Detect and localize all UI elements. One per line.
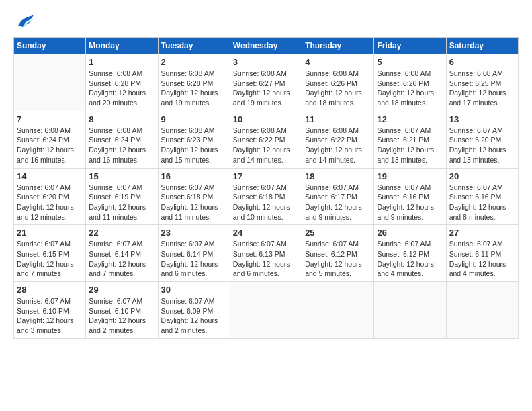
column-header-thursday: Thursday — [302, 38, 374, 54]
day-number: 15 — [89, 171, 154, 181]
calendar-cell — [302, 282, 374, 339]
day-info: Sunrise: 6:08 AM Sunset: 6:28 PM Dayligh… — [161, 68, 227, 108]
day-info: Sunrise: 6:07 AM Sunset: 6:11 PM Dayligh… — [449, 239, 515, 279]
calendar-cell: 26Sunrise: 6:07 AM Sunset: 6:12 PM Dayli… — [374, 225, 446, 282]
day-info: Sunrise: 6:07 AM Sunset: 6:13 PM Dayligh… — [233, 239, 299, 279]
column-header-monday: Monday — [86, 38, 158, 54]
day-info: Sunrise: 6:07 AM Sunset: 6:20 PM Dayligh… — [17, 183, 83, 222]
day-number: 14 — [17, 171, 83, 181]
calendar-cell: 27Sunrise: 6:07 AM Sunset: 6:11 PM Dayli… — [446, 225, 518, 282]
calendar-week-5: 28Sunrise: 6:07 AM Sunset: 6:10 PM Dayli… — [14, 282, 519, 339]
day-number: 4 — [305, 57, 371, 67]
calendar-cell: 15Sunrise: 6:07 AM Sunset: 6:19 PM Dayli… — [86, 168, 158, 225]
day-info: Sunrise: 6:07 AM Sunset: 6:10 PM Dayligh… — [89, 296, 154, 336]
calendar-header-row: SundayMondayTuesdayWednesdayThursdayFrid… — [14, 38, 519, 54]
day-number: 13 — [449, 114, 515, 124]
day-number: 10 — [233, 114, 299, 124]
calendar-cell: 29Sunrise: 6:07 AM Sunset: 6:10 PM Dayli… — [86, 282, 158, 339]
day-info: Sunrise: 6:08 AM Sunset: 6:26 PM Dayligh… — [305, 68, 371, 108]
day-number: 25 — [305, 228, 371, 238]
calendar-cell: 8Sunrise: 6:08 AM Sunset: 6:24 PM Daylig… — [86, 111, 158, 168]
day-number: 26 — [377, 228, 443, 238]
day-info: Sunrise: 6:07 AM Sunset: 6:18 PM Dayligh… — [161, 183, 227, 222]
calendar-cell: 23Sunrise: 6:07 AM Sunset: 6:14 PM Dayli… — [158, 225, 230, 282]
column-header-friday: Friday — [374, 38, 446, 54]
calendar-table: SundayMondayTuesdayWednesdayThursdayFrid… — [13, 37, 519, 339]
day-info: Sunrise: 6:07 AM Sunset: 6:18 PM Dayligh… — [233, 183, 299, 222]
calendar-week-1: 1Sunrise: 6:08 AM Sunset: 6:28 PM Daylig… — [14, 54, 519, 111]
day-info: Sunrise: 6:08 AM Sunset: 6:24 PM Dayligh… — [89, 126, 154, 165]
day-info: Sunrise: 6:07 AM Sunset: 6:09 PM Dayligh… — [161, 296, 227, 336]
day-number: 16 — [161, 171, 227, 181]
calendar-cell: 5Sunrise: 6:08 AM Sunset: 6:26 PM Daylig… — [374, 54, 446, 111]
day-info: Sunrise: 6:07 AM Sunset: 6:19 PM Dayligh… — [89, 183, 154, 222]
calendar-cell: 22Sunrise: 6:07 AM Sunset: 6:14 PM Dayli… — [86, 225, 158, 282]
calendar-cell: 19Sunrise: 6:07 AM Sunset: 6:16 PM Dayli… — [374, 168, 446, 225]
calendar-cell: 7Sunrise: 6:08 AM Sunset: 6:24 PM Daylig… — [14, 111, 86, 168]
day-info: Sunrise: 6:08 AM Sunset: 6:28 PM Dayligh… — [89, 68, 154, 108]
day-number: 30 — [161, 285, 227, 295]
day-number: 6 — [449, 57, 515, 67]
page-header — [13, 13, 519, 30]
day-info: Sunrise: 6:07 AM Sunset: 6:12 PM Dayligh… — [305, 239, 371, 279]
day-info: Sunrise: 6:08 AM Sunset: 6:25 PM Dayligh… — [449, 68, 515, 108]
calendar-cell: 6Sunrise: 6:08 AM Sunset: 6:25 PM Daylig… — [446, 54, 518, 111]
calendar-cell: 13Sunrise: 6:07 AM Sunset: 6:20 PM Dayli… — [446, 111, 518, 168]
calendar-cell — [374, 282, 446, 339]
day-number: 24 — [233, 228, 299, 238]
calendar-cell: 21Sunrise: 6:07 AM Sunset: 6:15 PM Dayli… — [14, 225, 86, 282]
day-number: 18 — [305, 171, 371, 181]
calendar-cell: 28Sunrise: 6:07 AM Sunset: 6:10 PM Dayli… — [14, 282, 86, 339]
calendar-week-4: 21Sunrise: 6:07 AM Sunset: 6:15 PM Dayli… — [14, 225, 519, 282]
day-number: 12 — [377, 114, 443, 124]
day-info: Sunrise: 6:07 AM Sunset: 6:12 PM Dayligh… — [377, 239, 443, 279]
day-number: 20 — [449, 171, 515, 181]
calendar-cell: 18Sunrise: 6:07 AM Sunset: 6:17 PM Dayli… — [302, 168, 374, 225]
calendar-cell: 20Sunrise: 6:07 AM Sunset: 6:16 PM Dayli… — [446, 168, 518, 225]
day-number: 22 — [89, 228, 154, 238]
column-header-sunday: Sunday — [14, 38, 86, 54]
day-number: 1 — [89, 57, 154, 67]
day-info: Sunrise: 6:07 AM Sunset: 6:16 PM Dayligh… — [377, 183, 443, 222]
day-info: Sunrise: 6:07 AM Sunset: 6:15 PM Dayligh… — [17, 239, 83, 279]
calendar-cell: 2Sunrise: 6:08 AM Sunset: 6:28 PM Daylig… — [158, 54, 230, 111]
calendar-cell — [446, 282, 518, 339]
day-number: 3 — [233, 57, 299, 67]
day-number: 9 — [161, 114, 227, 124]
column-header-wednesday: Wednesday — [230, 38, 302, 54]
calendar-cell: 24Sunrise: 6:07 AM Sunset: 6:13 PM Dayli… — [230, 225, 302, 282]
calendar-cell: 4Sunrise: 6:08 AM Sunset: 6:26 PM Daylig… — [302, 54, 374, 111]
day-info: Sunrise: 6:07 AM Sunset: 6:10 PM Dayligh… — [17, 296, 83, 336]
calendar-cell: 1Sunrise: 6:08 AM Sunset: 6:28 PM Daylig… — [86, 54, 158, 111]
day-info: Sunrise: 6:07 AM Sunset: 6:17 PM Dayligh… — [305, 183, 371, 222]
column-header-tuesday: Tuesday — [158, 38, 230, 54]
day-number: 23 — [161, 228, 227, 238]
logo-bird-icon — [15, 13, 35, 30]
day-info: Sunrise: 6:08 AM Sunset: 6:22 PM Dayligh… — [305, 126, 371, 165]
calendar-cell: 11Sunrise: 6:08 AM Sunset: 6:22 PM Dayli… — [302, 111, 374, 168]
day-number: 28 — [17, 285, 83, 295]
day-number: 5 — [377, 57, 443, 67]
calendar-cell: 25Sunrise: 6:07 AM Sunset: 6:12 PM Dayli… — [302, 225, 374, 282]
calendar-cell — [230, 282, 302, 339]
day-number: 2 — [161, 57, 227, 67]
day-info: Sunrise: 6:07 AM Sunset: 6:16 PM Dayligh… — [449, 183, 515, 222]
calendar-cell: 9Sunrise: 6:08 AM Sunset: 6:23 PM Daylig… — [158, 111, 230, 168]
calendar-cell: 17Sunrise: 6:07 AM Sunset: 6:18 PM Dayli… — [230, 168, 302, 225]
calendar-cell: 10Sunrise: 6:08 AM Sunset: 6:22 PM Dayli… — [230, 111, 302, 168]
day-number: 27 — [449, 228, 515, 238]
day-info: Sunrise: 6:07 AM Sunset: 6:14 PM Dayligh… — [89, 239, 154, 279]
day-number: 11 — [305, 114, 371, 124]
day-info: Sunrise: 6:08 AM Sunset: 6:26 PM Dayligh… — [377, 68, 443, 108]
calendar-cell: 12Sunrise: 6:07 AM Sunset: 6:21 PM Dayli… — [374, 111, 446, 168]
day-number: 7 — [17, 114, 83, 124]
calendar-cell — [14, 54, 86, 111]
day-info: Sunrise: 6:07 AM Sunset: 6:21 PM Dayligh… — [377, 126, 443, 165]
calendar-cell: 16Sunrise: 6:07 AM Sunset: 6:18 PM Dayli… — [158, 168, 230, 225]
day-number: 17 — [233, 171, 299, 181]
calendar-week-2: 7Sunrise: 6:08 AM Sunset: 6:24 PM Daylig… — [14, 111, 519, 168]
day-info: Sunrise: 6:08 AM Sunset: 6:22 PM Dayligh… — [233, 126, 299, 165]
day-info: Sunrise: 6:07 AM Sunset: 6:14 PM Dayligh… — [161, 239, 227, 279]
day-number: 19 — [377, 171, 443, 181]
calendar-cell: 14Sunrise: 6:07 AM Sunset: 6:20 PM Dayli… — [14, 168, 86, 225]
